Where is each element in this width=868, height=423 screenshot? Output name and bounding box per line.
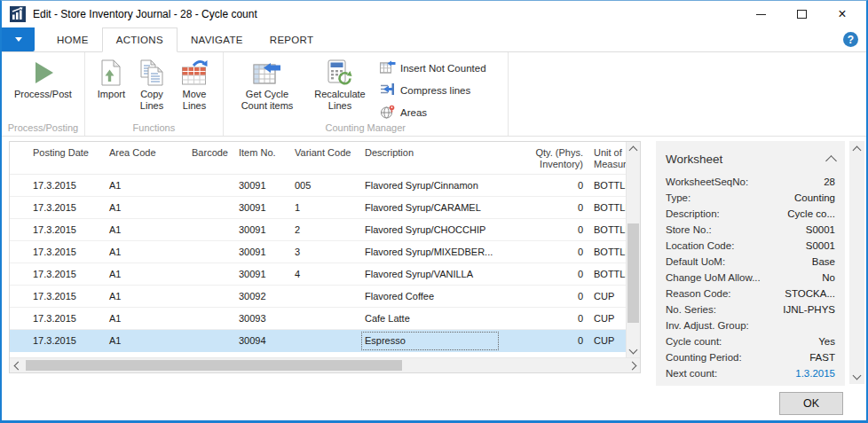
worksheet-field[interactable]: Default UoM:Base: [666, 254, 835, 270]
scroll-up-button[interactable]: [849, 145, 864, 155]
cell-variant-code[interactable]: 4: [289, 264, 360, 285]
table-row[interactable]: 17.3.2015 A1 30091 3 Flavored Syrup/MIXE…: [10, 241, 626, 263]
worksheet-field[interactable]: Store No.:S0001: [666, 222, 835, 238]
cell-variant-code[interactable]: 005: [289, 176, 360, 196]
cell-description[interactable]: Cafe Latte: [360, 309, 500, 329]
cell-item-no[interactable]: 30091: [233, 220, 289, 240]
move-lines-button[interactable]: Move Lines: [173, 56, 216, 113]
cell-unit[interactable]: CUP: [588, 286, 626, 307]
process-post-button[interactable]: Process/Post: [9, 56, 77, 101]
table-row-selected[interactable]: 17.3.2015 A1 30094 Espresso 0 CUP: [10, 330, 626, 352]
cell-posting-date[interactable]: 17.3.2015: [10, 176, 103, 196]
cell-barcode[interactable]: [178, 220, 233, 240]
col-qty-phys-inventory[interactable]: Qty. (Phys. Inventory): [500, 142, 588, 174]
worksheet-field[interactable]: Change UoM Allow...No: [666, 270, 835, 286]
cell-qty[interactable]: 0: [500, 242, 588, 262]
cell-item-no[interactable]: 30091: [233, 198, 289, 218]
insert-not-counted-button[interactable]: Insert Not Counted: [380, 60, 486, 75]
col-item-no[interactable]: Item No.: [233, 142, 289, 174]
import-button[interactable]: Import: [92, 56, 130, 101]
compress-lines-button[interactable]: Compress lines: [380, 82, 486, 98]
cell-item-no[interactable]: 30094: [233, 331, 289, 351]
cell-item-no[interactable]: 30092: [233, 286, 289, 307]
pane-vertical-scrollbar[interactable]: [849, 141, 864, 384]
col-variant-code[interactable]: Variant Code: [289, 142, 360, 174]
cell-area-code[interactable]: A1: [103, 331, 178, 351]
cell-description[interactable]: Flavored Syrup/CARAMEL: [360, 198, 500, 218]
cell-unit[interactable]: BOTTLE: [588, 264, 626, 285]
cell-qty[interactable]: 0: [500, 331, 588, 351]
worksheet-field[interactable]: Inv. Adjust. Group:: [666, 317, 835, 333]
cell-variant-code[interactable]: 1: [289, 198, 360, 218]
cell-area-code[interactable]: A1: [103, 286, 178, 307]
cell-unit[interactable]: BOTTLE: [588, 176, 626, 196]
maximize-button[interactable]: [781, 1, 822, 27]
table-row[interactable]: 17.3.2015 A1 30091 4 Flavored Syrup/VANI…: [10, 263, 626, 286]
table-row[interactable]: 17.3.2015 A1 30091 005 Flavored Syrup/Ci…: [10, 175, 626, 197]
ok-button[interactable]: OK: [779, 392, 843, 415]
scroll-down-button[interactable]: [849, 370, 864, 380]
cell-unit[interactable]: BOTTLE: [588, 198, 626, 218]
cell-barcode[interactable]: [178, 242, 233, 262]
table-row[interactable]: 17.3.2015 A1 30092 Flavored Coffee 0 CUP: [10, 286, 626, 308]
cell-area-code[interactable]: A1: [103, 198, 178, 218]
cell-qty[interactable]: 0: [500, 220, 588, 240]
cell-area-code[interactable]: A1: [103, 264, 178, 285]
recalculate-lines-button[interactable]: Recalculate Lines: [304, 56, 376, 113]
cell-description[interactable]: Flavored Syrup/VANILLA: [360, 264, 500, 285]
worksheet-field[interactable]: Description:Cycle co...: [666, 206, 835, 222]
cell-barcode[interactable]: [178, 264, 233, 285]
cell-item-no[interactable]: 30093: [233, 309, 289, 329]
cell-qty[interactable]: 0: [500, 309, 588, 329]
cell-qty[interactable]: 0: [500, 176, 588, 196]
tab-actions[interactable]: ACTIONS: [102, 27, 178, 52]
cell-description[interactable]: Flavored Syrup/Cinnamon: [360, 176, 500, 196]
cell-variant-code[interactable]: [289, 331, 360, 351]
cell-description[interactable]: Flavored Coffee: [360, 286, 500, 307]
get-cycle-count-items-button[interactable]: Get Cycle Count items: [231, 56, 304, 113]
cell-unit[interactable]: BOTTLE: [588, 242, 626, 262]
cell-area-code[interactable]: A1: [103, 309, 178, 329]
worksheet-field[interactable]: Counting Period:FAST: [666, 349, 835, 365]
cell-posting-date[interactable]: 17.3.2015: [10, 198, 103, 218]
worksheet-field[interactable]: WorksheetSeqNo:28: [666, 174, 835, 190]
col-barcode[interactable]: Barcode: [178, 142, 233, 174]
tab-navigate[interactable]: NAVIGATE: [178, 27, 256, 51]
table-horizontal-scrollbar[interactable]: [10, 357, 640, 372]
cell-unit[interactable]: CUP: [588, 331, 626, 351]
worksheet-field[interactable]: Cycle count:Yes: [666, 333, 835, 349]
cell-barcode[interactable]: [178, 176, 233, 196]
col-area-code[interactable]: Area Code: [103, 142, 178, 174]
worksheet-field[interactable]: No. Series:IJNL-PHYS: [666, 302, 835, 317]
cell-variant-code[interactable]: [289, 286, 360, 307]
cell-unit[interactable]: BOTTLE: [588, 220, 626, 240]
tab-report[interactable]: REPORT: [256, 27, 327, 51]
table-row[interactable]: 17.3.2015 A1 30093 Cafe Latte 0 CUP: [10, 308, 626, 330]
vertical-scroll-thumb[interactable]: [627, 223, 639, 323]
table-row[interactable]: 17.3.2015 A1 30091 2 Flavored Syrup/CHOC…: [10, 219, 626, 241]
minimize-button[interactable]: [740, 1, 781, 27]
cell-unit[interactable]: CUP: [588, 309, 626, 329]
cell-item-no[interactable]: 30091: [233, 242, 289, 262]
worksheet-field[interactable]: Location Code:S0001: [666, 238, 835, 254]
tab-home[interactable]: HOME: [43, 27, 102, 51]
collapse-chevron-icon[interactable]: [825, 155, 837, 167]
col-description[interactable]: Description: [360, 142, 500, 174]
scroll-up-button[interactable]: [627, 144, 640, 156]
cell-barcode[interactable]: [178, 309, 233, 329]
cell-area-code[interactable]: A1: [103, 220, 178, 240]
cell-item-no[interactable]: 30091: [233, 176, 289, 196]
cell-posting-date[interactable]: 17.3.2015: [10, 331, 103, 351]
scroll-down-button[interactable]: [627, 343, 640, 356]
areas-button[interactable]: Areas: [380, 105, 486, 121]
next-count-link[interactable]: 1.3.2015: [795, 368, 835, 379]
scroll-right-button[interactable]: [626, 358, 638, 372]
cell-variant-code[interactable]: 2: [289, 220, 360, 240]
horizontal-scroll-thumb[interactable]: [26, 360, 402, 371]
col-unit-of-measure[interactable]: Unit of Measure: [588, 142, 626, 174]
cell-area-code[interactable]: A1: [103, 176, 178, 196]
cell-description[interactable]: Flavored Syrup/MIXEDBER...: [360, 242, 500, 262]
cell-posting-date[interactable]: 17.3.2015: [10, 309, 103, 329]
cell-qty[interactable]: 0: [500, 286, 588, 307]
copy-lines-button[interactable]: Copy Lines: [130, 56, 173, 113]
